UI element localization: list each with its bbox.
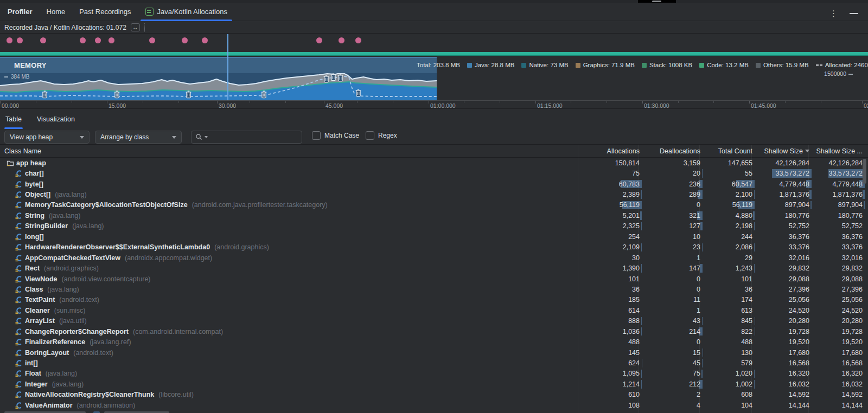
value-cell: 15 (645, 347, 706, 358)
tab-home[interactable]: Home (40, 3, 73, 21)
class-icon (15, 254, 23, 262)
value-cell: 4,880 (706, 210, 758, 221)
value-cell: 2,389 (584, 189, 645, 199)
value-label: 33,573,272 (775, 170, 815, 177)
value-cell: 5,201 (584, 210, 645, 221)
gc-event-trash-icon (41, 91, 48, 101)
table-row[interactable]: Class(java.lang)3603627,39627,396 (0, 284, 868, 294)
value-cell: 56,119 (584, 200, 645, 210)
value-label: 17,680 (842, 349, 868, 357)
table-row[interactable]: ChangeReporter$ChangeReport(com.android.… (0, 326, 868, 337)
table-row[interactable]: ValueAnimator(android.animation)10841041… (0, 400, 868, 410)
heap-select[interactable]: View app heap (4, 131, 90, 144)
value-cell: 27,396 (758, 284, 815, 294)
value-cell: 180,776 (758, 210, 815, 221)
class-name-label: TextPaint (25, 296, 55, 304)
memory-plot[interactable] (0, 73, 868, 100)
event-track[interactable]: MainActivity (0, 34, 868, 52)
table-row[interactable]: app heap150,8143,159147,65542,126,28442,… (0, 158, 868, 168)
table-row[interactable]: int[]6244557916,56816,568 (0, 358, 868, 368)
value-cell: 1,095 (584, 369, 645, 379)
table-row[interactable]: Rect(android.graphics)1,3901471,24329,83… (0, 263, 868, 273)
column-header-label: Total Count (718, 147, 752, 155)
table-row[interactable]: ArrayList(java.util)8884384520,28020,280 (0, 316, 868, 326)
playhead-line[interactable] (227, 34, 228, 100)
class-name-label: byte[] (25, 180, 43, 188)
tab-profiler[interactable]: Profiler (8, 3, 40, 21)
table-row[interactable]: Object[](java.lang)2,3892892,1001,871,37… (0, 189, 868, 199)
column-header-class-name[interactable]: Class Name (0, 145, 584, 157)
value-label: 20,280 (842, 317, 868, 325)
value-label: 888 (628, 317, 645, 325)
value-cell: 16,568 (815, 358, 868, 368)
value-label: 33,376 (789, 243, 815, 251)
tab-java-kotlin-allocations[interactable]: Java/Kotlin Allocations (138, 3, 234, 21)
class-icon (15, 222, 23, 230)
value-label: 613 (741, 307, 758, 314)
class-name-cell: ChangeReporter$ChangeReport(com.android.… (0, 328, 584, 335)
time-axis[interactable]: 00.00015.00030.00045.00001:00.00001:15.0… (0, 100, 868, 108)
regex-checkbox[interactable] (366, 131, 374, 140)
legend-swatch (756, 63, 761, 68)
legend-item: Java: 28.8 MB (467, 62, 515, 68)
value-label: 60,783 (619, 180, 645, 188)
tab-past-recordings[interactable]: Past Recordings (72, 3, 138, 21)
search-input[interactable] (209, 133, 298, 141)
table-row[interactable]: AppCompatCheckedTextView(androidx.appcom… (0, 253, 868, 263)
value-label: 42,126,284 (775, 159, 815, 167)
class-name-cell: BoringLayout(android.text) (0, 349, 584, 357)
value-cell: 897,904 (815, 200, 868, 210)
kebab-menu-icon[interactable]: ⋮ (829, 9, 838, 18)
arrange-select[interactable]: Arrange by class (95, 131, 182, 144)
package-label: (java.lang) (49, 212, 80, 220)
table-row[interactable]: BoringLayout(android.text)1451513017,680… (0, 347, 868, 358)
tab-table[interactable]: Table (4, 109, 23, 130)
column-header-shallow-size[interactable]: Shallow Size ... (815, 145, 868, 157)
class-name-cell: NativeAllocationRegistry$CleanerThunk(li… (0, 391, 584, 398)
value-cell: 0 (645, 274, 706, 284)
table-row[interactable]: Integer(java.lang)1,2142121,00216,03216,… (0, 379, 868, 389)
column-header-total-count[interactable]: Total Count (706, 145, 758, 157)
table-row[interactable]: FinalizerReference(java.lang.ref)4880488… (0, 337, 868, 347)
table-row[interactable]: NativeAllocationRegistry$CleanerThunk(li… (0, 390, 868, 400)
table-row[interactable]: Cleaner(sun.misc)614161324,52024,520 (0, 305, 868, 315)
minimize-icon[interactable] (850, 13, 858, 14)
value-cell: 147 (645, 263, 706, 273)
table-row[interactable]: byte[]60,78323660,5474,779,4484,779,448 (0, 179, 868, 189)
table-row[interactable]: StringBuilder(java.lang)2,3251272,19852,… (0, 221, 868, 231)
class-name-label: Object[] (25, 191, 50, 198)
table-row[interactable]: MemoryTaskCategory$AllocationTestObjectO… (0, 200, 868, 210)
gc-event-trash-icon (330, 73, 337, 83)
table-row[interactable]: HardwareRendererObserver$$ExternalSynthe… (0, 242, 868, 253)
table-row[interactable]: String(java.lang)5,2013214,880180,776180… (0, 210, 868, 221)
column-header-allocations[interactable]: Allocations (584, 145, 645, 157)
axis-tick-label: 00.000 (2, 102, 19, 108)
package-label: (android.com.java.profilertester.taskcat… (192, 201, 328, 209)
value-cell: 822 (706, 326, 758, 337)
value-cell: 608 (706, 390, 758, 400)
value-cell: 43 (645, 316, 706, 326)
axis-tick (862, 101, 863, 104)
column-header-deallocations[interactable]: Deallocations (645, 145, 706, 157)
reset-zoom-button[interactable]: ↔ (131, 23, 140, 31)
table-row[interactable]: TextPaint(android.text)1851117425,05625,… (0, 295, 868, 305)
event-dot (108, 37, 114, 43)
value-cell: 127 (645, 221, 706, 231)
tab-visualization[interactable]: Visualization (36, 109, 76, 130)
table-row[interactable]: long[]2541024436,37636,376 (0, 231, 868, 242)
table-row[interactable]: Float(java.lang)1,095751,02016,32016,320 (0, 369, 868, 379)
legend-swatch (576, 63, 580, 68)
column-header-shallow-size[interactable]: Shallow Size (758, 145, 815, 157)
table-row[interactable]: char[]75205533,573,27233,573,272 (0, 168, 868, 178)
table-row[interactable]: ViewNode(android.view.contentcapture)101… (0, 274, 868, 284)
match-case-label: Match Case (324, 132, 359, 139)
search-history-chevron-icon[interactable] (205, 136, 208, 138)
memory-legend: Total: 203.8 MBJava: 28.8 MBNative: 73 M… (417, 62, 868, 68)
memory-timeline[interactable]: MEMORY Total: 203.8 MBJava: 28.8 MBNativ… (0, 57, 868, 108)
search-field[interactable] (191, 131, 302, 144)
allocations-session-icon (145, 8, 154, 16)
value-cell: 17,680 (815, 347, 868, 358)
value-cell: 130 (706, 347, 758, 358)
match-case-checkbox[interactable] (312, 131, 321, 140)
value-label: 11 (693, 296, 706, 304)
